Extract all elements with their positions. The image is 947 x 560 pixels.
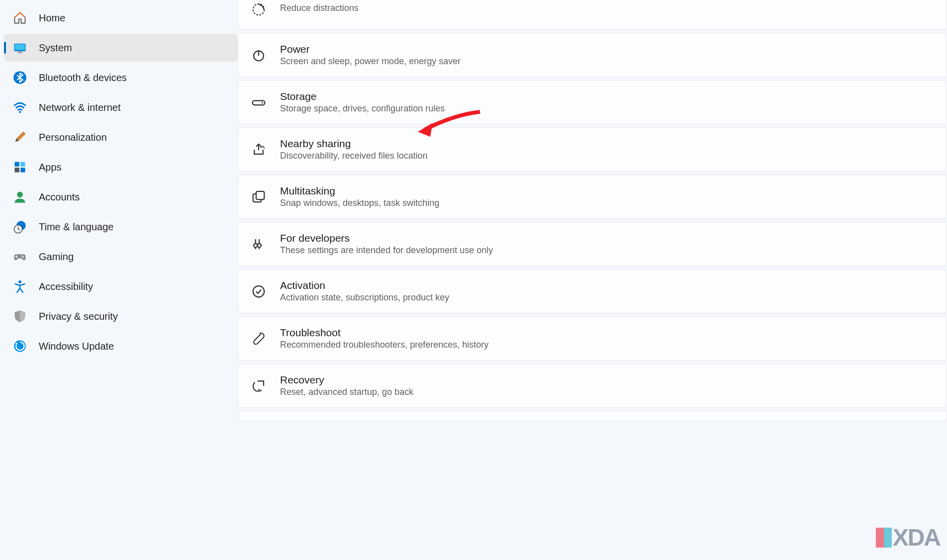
person-icon	[13, 190, 27, 204]
update-icon	[13, 339, 27, 353]
accessibility-icon	[13, 280, 27, 293]
sidebar-item-home[interactable]: Home	[4, 4, 238, 32]
sidebar-item-apps[interactable]: Apps	[4, 153, 238, 181]
settings-card-power[interactable]: Power Screen and sleep, power mode, ener…	[238, 33, 947, 77]
sidebar-item-label: Privacy & security	[39, 311, 118, 322]
card-title: For developers	[280, 232, 493, 244]
sidebar-item-privacy-security[interactable]: Privacy & security	[4, 302, 238, 330]
sidebar-item-label: Time & language	[39, 221, 113, 233]
clock-globe-icon	[13, 220, 27, 234]
card-title: Recovery	[280, 374, 413, 386]
settings-card-recovery[interactable]: Recovery Reset, advanced startup, go bac…	[238, 364, 947, 408]
sidebar-item-bluetooth[interactable]: Bluetooth & devices	[4, 64, 238, 92]
card-desc: Activation state, subscriptions, product…	[280, 292, 449, 303]
apps-icon	[13, 160, 27, 174]
gamepad-icon	[13, 250, 27, 264]
shield-icon	[13, 309, 27, 323]
check-circle-icon	[250, 283, 267, 300]
settings-card-nearby-sharing[interactable]: Nearby sharing Discoverability, received…	[238, 127, 947, 172]
sidebar-item-system[interactable]: System	[4, 34, 238, 62]
sidebar-item-label: Home	[39, 12, 65, 24]
sidebar-item-label: Accounts	[39, 191, 80, 203]
sidebar-item-personalization[interactable]: Personalization	[4, 123, 238, 151]
sidebar-item-network[interactable]: Network & internet	[4, 93, 238, 121]
card-desc: These settings are intended for developm…	[280, 245, 493, 256]
svg-rect-6	[20, 162, 25, 167]
settings-card-multitasking[interactable]: Multitasking Snap windows, desktops, tas…	[238, 175, 947, 219]
card-title: Multitasking	[280, 185, 439, 197]
sidebar-item-windows-update[interactable]: Windows Update	[4, 332, 238, 360]
sidebar-item-label: Personalization	[39, 132, 107, 143]
watermark-text: XDA	[893, 524, 940, 551]
brush-icon	[13, 130, 27, 144]
sidebar-item-label: Apps	[39, 162, 62, 173]
share-icon	[250, 141, 267, 158]
svg-rect-5	[15, 162, 19, 167]
card-desc: Snap windows, desktops, task switching	[280, 198, 439, 208]
sidebar-item-time-language[interactable]: Time & language	[4, 213, 238, 241]
system-settings-list: Focus Reduce distractions Power Screen a…	[238, 0, 947, 421]
sidebar-item-accessibility[interactable]: Accessibility	[4, 273, 238, 300]
settings-sidebar: Home System Bluetooth & devices Network …	[0, 0, 238, 560]
settings-main: Focus Reduce distractions Power Screen a…	[238, 0, 947, 560]
sidebar-item-label: Gaming	[39, 251, 74, 263]
sidebar-item-label: Bluetooth & devices	[39, 72, 127, 84]
bluetooth-icon	[13, 71, 27, 85]
xda-watermark: XDA	[876, 524, 940, 551]
sidebar-item-accounts[interactable]: Accounts	[4, 183, 238, 211]
card-desc: Recommended troubleshooters, preferences…	[280, 340, 488, 350]
settings-card-partial-next[interactable]	[238, 411, 947, 421]
sidebar-item-gaming[interactable]: Gaming	[4, 243, 238, 271]
card-title: Activation	[280, 280, 449, 291]
settings-card-focus[interactable]: Focus Reduce distractions	[238, 0, 947, 30]
svg-rect-2	[17, 52, 22, 53]
sidebar-item-label: Accessibility	[39, 281, 93, 292]
card-desc: Storage space, drives, configuration rul…	[280, 103, 445, 114]
settings-card-activation[interactable]: Activation Activation state, subscriptio…	[238, 269, 947, 313]
svg-point-19	[262, 102, 263, 103]
sidebar-item-label: System	[39, 42, 72, 54]
storage-icon	[250, 94, 267, 111]
card-desc: Screen and sleep, power mode, energy sav…	[280, 56, 461, 67]
card-desc: Reduce distractions	[280, 3, 359, 13]
svg-rect-21	[256, 191, 264, 199]
system-icon	[13, 41, 27, 55]
focus-icon	[250, 1, 267, 18]
home-icon	[13, 11, 27, 25]
sidebar-item-label: Network & internet	[39, 102, 121, 113]
recovery-icon	[250, 377, 267, 394]
svg-rect-1	[15, 44, 25, 50]
wifi-icon	[13, 100, 27, 114]
dev-icon	[250, 236, 267, 253]
svg-point-16	[253, 3, 265, 15]
svg-point-4	[19, 111, 21, 113]
card-title: Focus	[280, 0, 359, 2]
settings-card-troubleshoot[interactable]: Troubleshoot Recommended troubleshooters…	[238, 316, 947, 361]
settings-card-storage[interactable]: Storage Storage space, drives, configura…	[238, 80, 947, 124]
card-desc: Reset, advanced startup, go back	[280, 387, 413, 397]
svg-point-12	[21, 255, 23, 257]
card-title: Storage	[280, 91, 445, 102]
card-title: Nearby sharing	[280, 138, 428, 150]
card-desc: Discoverability, received files location	[280, 151, 428, 161]
power-icon	[250, 47, 267, 64]
settings-card-for-developers[interactable]: For developers These settings are intend…	[238, 222, 947, 266]
svg-point-14	[18, 280, 21, 283]
card-title: Troubleshoot	[280, 327, 488, 339]
svg-point-23	[258, 243, 262, 247]
multitask-icon	[250, 188, 267, 205]
svg-rect-7	[15, 168, 19, 172]
card-title: Power	[280, 43, 461, 55]
sidebar-item-label: Windows Update	[39, 341, 114, 352]
svg-rect-8	[20, 168, 25, 172]
svg-point-24	[253, 285, 265, 297]
wrench-icon	[250, 330, 267, 347]
svg-point-9	[17, 192, 23, 198]
svg-point-13	[23, 257, 24, 258]
